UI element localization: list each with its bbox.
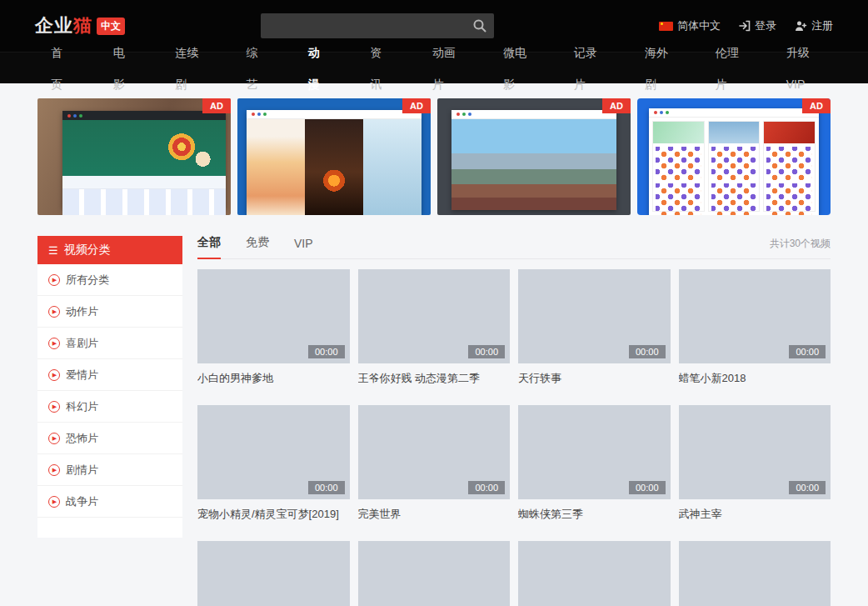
video-title[interactable]: 王爷你好贱 动态漫第二季	[358, 371, 511, 386]
video-card[interactable]: 00:00天行轶事	[518, 269, 671, 386]
nav-item[interactable]: 首页	[28, 37, 91, 100]
banner-site-preview	[649, 108, 819, 215]
video-thumbnail[interactable]	[197, 541, 350, 606]
nav-item[interactable]: 伦理片	[693, 37, 764, 100]
category-item[interactable]: ▶恐怖片	[37, 423, 182, 454]
video-thumbnail[interactable]: 00:00	[679, 405, 831, 499]
video-card[interactable]: 00:00王爷你好贱 动态漫第二季	[358, 269, 511, 386]
duration-badge: 00:00	[789, 481, 826, 494]
sidebar-title: 视频分类	[64, 243, 111, 258]
browser-chrome	[247, 110, 422, 119]
duration-badge: 00:00	[789, 345, 826, 358]
video-thumbnail[interactable]: 00:00	[518, 405, 671, 499]
video-card[interactable]: 00:00宠物小精灵/精灵宝可梦[2019]	[197, 405, 350, 522]
filter-tab[interactable]: 全部	[197, 235, 221, 259]
video-card[interactable]: 00:00小白的男神爹地	[197, 269, 350, 386]
video-thumbnail[interactable]	[358, 541, 511, 606]
video-thumbnail[interactable]: 00:00	[358, 405, 511, 499]
video-card[interactable]: 00:00完美世界	[358, 405, 511, 522]
video-title[interactable]: 小白的男神爹地	[197, 371, 350, 386]
nav-item[interactable]: 资讯	[347, 37, 410, 100]
sidebar-filler	[37, 518, 182, 538]
category-item[interactable]: ▶所有分类	[37, 264, 182, 296]
video-card-placeholder[interactable]	[518, 541, 671, 606]
video-title[interactable]: 完美世界	[358, 507, 511, 522]
nav-item[interactable]: 升级VIP	[764, 37, 840, 100]
category-item[interactable]: ▶剧情片	[37, 454, 182, 486]
video-title[interactable]: 天行轶事	[518, 371, 671, 386]
nav-item[interactable]: 海外剧	[622, 37, 693, 100]
play-circle-icon: ▶	[48, 433, 60, 444]
banner-tile-grid	[62, 189, 226, 215]
banner-feature-strip	[62, 176, 226, 189]
header-links: 简体中文 登录 注册	[659, 18, 833, 33]
video-card[interactable]: 00:00武神主宰	[679, 405, 831, 522]
category-item[interactable]: ▶喜剧片	[37, 328, 182, 359]
ad-badge: AD	[402, 98, 431, 113]
nav-item[interactable]: 动漫	[286, 37, 348, 100]
ad-badge: AD	[802, 98, 831, 113]
appstore-column-1	[652, 121, 705, 212]
filter-tab[interactable]: VIP	[294, 237, 313, 259]
site-logo[interactable]: 企业猫 中文	[35, 13, 125, 38]
browser-chrome	[451, 110, 616, 119]
video-card[interactable]: 00:00蜘蛛侠第三季	[518, 405, 671, 522]
play-circle-icon: ▶	[48, 338, 60, 349]
video-card[interactable]: 00:00蜡笔小新2018	[679, 269, 831, 386]
category-label: 战争片	[66, 494, 98, 509]
ad-banner-3[interactable]: AD	[437, 98, 631, 215]
nav-item[interactable]: 电影	[91, 37, 153, 100]
search-input[interactable]	[261, 13, 494, 38]
video-card-placeholder[interactable]	[679, 541, 831, 606]
duration-badge: 00:00	[468, 481, 505, 494]
video-title[interactable]: 蜡笔小新2018	[679, 371, 831, 386]
video-thumbnail[interactable]	[518, 541, 671, 606]
ad-badge: AD	[602, 98, 631, 113]
register-label: 注册	[811, 18, 833, 33]
game-screenshot-3	[363, 119, 422, 215]
ad-badge: AD	[202, 98, 231, 113]
logo-language-badge: 中文	[97, 18, 125, 35]
banner-site-preview	[62, 111, 226, 208]
video-title[interactable]: 宠物小精灵/精灵宝可梦[2019]	[197, 507, 350, 522]
video-thumbnail[interactable]: 00:00	[679, 269, 831, 363]
video-thumbnail[interactable]: 00:00	[518, 269, 671, 363]
browser-chrome	[649, 108, 819, 118]
register-link[interactable]: 注册	[795, 18, 833, 33]
nav-item[interactable]: 动画片	[410, 37, 481, 100]
play-circle-icon: ▶	[48, 274, 60, 286]
video-grid: 00:00小白的男神爹地00:00王爷你好贱 动态漫第二季00:00天行轶事00…	[197, 269, 831, 606]
game-screenshot-1	[247, 119, 305, 215]
cn-flag-icon	[659, 22, 673, 31]
video-card-placeholder[interactable]	[197, 541, 350, 606]
search-icon[interactable]	[472, 18, 487, 33]
language-link[interactable]: 简体中文	[659, 18, 721, 33]
nav-item[interactable]: 综艺	[223, 37, 286, 100]
category-item[interactable]: ▶科幻片	[37, 391, 182, 423]
ad-banner-4[interactable]: AD	[637, 98, 831, 215]
video-thumbnail[interactable]	[679, 541, 831, 606]
language-label: 简体中文	[677, 18, 721, 33]
login-label: 登录	[755, 18, 776, 33]
category-item[interactable]: ▶战争片	[37, 486, 182, 518]
video-thumbnail[interactable]: 00:00	[197, 269, 350, 363]
nav-item[interactable]: 记录片	[551, 37, 622, 100]
video-thumbnail[interactable]: 00:00	[197, 405, 350, 499]
video-title[interactable]: 武神主宰	[679, 507, 831, 522]
game-landscape-art	[451, 119, 616, 210]
nav-item[interactable]: 微电影	[481, 37, 551, 100]
filter-tab[interactable]: 免费	[246, 235, 269, 259]
video-thumbnail[interactable]: 00:00	[358, 269, 511, 363]
play-circle-icon: ▶	[48, 464, 60, 476]
ad-banner-2[interactable]: AD	[237, 98, 431, 215]
nav-item[interactable]: 连续剧	[152, 37, 223, 100]
duration-badge: 00:00	[308, 345, 345, 358]
ad-banner-1[interactable]: AD	[37, 98, 231, 215]
category-item[interactable]: ▶爱情片	[37, 359, 182, 391]
category-item[interactable]: ▶动作片	[37, 296, 182, 328]
category-label: 爱情片	[66, 368, 98, 383]
video-card-placeholder[interactable]	[358, 541, 511, 606]
video-title[interactable]: 蜘蛛侠第三季	[518, 507, 671, 522]
login-link[interactable]: 登录	[739, 18, 776, 33]
sidebar-header: ☰ 视频分类	[37, 236, 182, 264]
